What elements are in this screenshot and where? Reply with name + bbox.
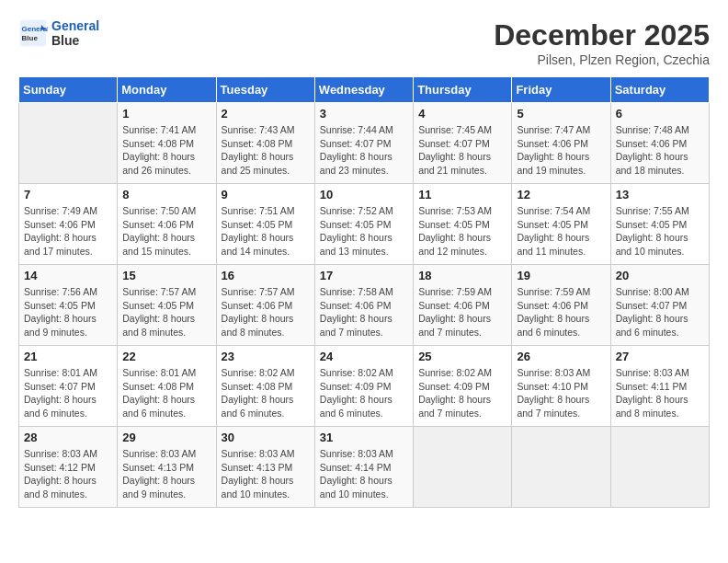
day-number: 24 [320,350,408,363]
day-info: Sunrise: 8:01 AM Sunset: 4:07 PM Dayligh… [24,366,112,420]
calendar-cell: 30Sunrise: 8:03 AM Sunset: 4:13 PM Dayli… [216,427,314,508]
logo: General Blue General Blue [18,18,99,48]
day-number: 3 [320,107,408,121]
day-number: 15 [122,269,210,282]
calendar-cell: 27Sunrise: 8:03 AM Sunset: 4:11 PM Dayli… [610,346,709,427]
calendar-cell: 18Sunrise: 7:59 AM Sunset: 4:06 PM Dayli… [414,265,512,346]
calendar-cell: 4Sunrise: 7:45 AM Sunset: 4:07 PM Daylig… [414,103,512,184]
calendar-cell: 1Sunrise: 7:41 AM Sunset: 4:08 PM Daylig… [118,103,216,184]
day-info: Sunrise: 8:03 AM Sunset: 4:14 PM Dayligh… [320,447,408,501]
calendar-cell: 20Sunrise: 8:00 AM Sunset: 4:07 PM Dayli… [610,265,709,346]
calendar-cell: 11Sunrise: 7:53 AM Sunset: 4:05 PM Dayli… [414,184,512,265]
day-info: Sunrise: 8:03 AM Sunset: 4:10 PM Dayligh… [517,366,605,420]
day-info: Sunrise: 7:57 AM Sunset: 4:05 PM Dayligh… [122,285,210,339]
day-number: 28 [24,431,112,444]
weekday-header-sunday: Sunday [19,77,118,103]
day-number: 11 [418,188,506,201]
weekday-header-friday: Friday [512,77,610,103]
day-number: 12 [517,188,605,201]
day-info: Sunrise: 7:45 AM Sunset: 4:07 PM Dayligh… [418,123,506,178]
day-number: 5 [517,107,605,121]
calendar-cell: 24Sunrise: 8:02 AM Sunset: 4:09 PM Dayli… [314,346,413,427]
day-number: 20 [616,269,704,282]
day-number: 14 [24,269,112,282]
calendar-cell: 23Sunrise: 8:02 AM Sunset: 4:08 PM Dayli… [216,346,314,427]
day-number: 23 [222,350,310,363]
day-info: Sunrise: 7:51 AM Sunset: 4:05 PM Dayligh… [222,204,310,259]
calendar-cell: 7Sunrise: 7:49 AM Sunset: 4:06 PM Daylig… [19,184,118,265]
day-number: 22 [122,350,210,363]
day-info: Sunrise: 8:03 AM Sunset: 4:11 PM Dayligh… [616,366,704,420]
page-header: General Blue General Blue December 2025 … [18,18,710,67]
calendar-cell [414,427,512,508]
calendar-cell [610,427,709,508]
calendar-cell: 31Sunrise: 8:03 AM Sunset: 4:14 PM Dayli… [314,427,413,508]
day-info: Sunrise: 7:55 AM Sunset: 4:05 PM Dayligh… [616,204,704,259]
calendar-cell: 15Sunrise: 7:57 AM Sunset: 4:05 PM Dayli… [118,265,216,346]
weekday-header-tuesday: Tuesday [216,77,314,103]
day-info: Sunrise: 8:01 AM Sunset: 4:08 PM Dayligh… [122,366,210,420]
calendar-cell: 6Sunrise: 7:48 AM Sunset: 4:06 PM Daylig… [610,103,709,184]
day-number: 27 [616,350,704,363]
day-info: Sunrise: 7:47 AM Sunset: 4:06 PM Dayligh… [517,123,605,178]
calendar-cell: 22Sunrise: 8:01 AM Sunset: 4:08 PM Dayli… [118,346,216,427]
day-info: Sunrise: 7:54 AM Sunset: 4:05 PM Dayligh… [517,204,605,259]
day-info: Sunrise: 8:03 AM Sunset: 4:13 PM Dayligh… [222,447,310,501]
calendar-cell: 28Sunrise: 8:03 AM Sunset: 4:12 PM Dayli… [19,427,118,508]
day-number: 30 [222,431,310,444]
logo-icon: General Blue [18,18,48,48]
title-area: December 2025 Pilsen, Plzen Region, Czec… [494,18,710,67]
day-number: 26 [517,350,605,363]
weekday-header-thursday: Thursday [414,77,512,103]
calendar-cell: 16Sunrise: 7:57 AM Sunset: 4:06 PM Dayli… [216,265,314,346]
calendar-cell [512,427,610,508]
day-number: 2 [222,107,310,121]
day-number: 21 [24,350,112,363]
day-number: 10 [320,188,408,201]
calendar-cell: 26Sunrise: 8:03 AM Sunset: 4:10 PM Dayli… [512,346,610,427]
weekday-header-monday: Monday [118,77,216,103]
day-info: Sunrise: 7:57 AM Sunset: 4:06 PM Dayligh… [222,285,310,339]
calendar-table: SundayMondayTuesdayWednesdayThursdayFrid… [18,76,710,508]
weekday-header-wednesday: Wednesday [314,77,413,103]
day-number: 31 [320,431,408,444]
day-info: Sunrise: 7:41 AM Sunset: 4:08 PM Dayligh… [122,123,210,178]
day-number: 9 [222,188,310,201]
day-info: Sunrise: 8:03 AM Sunset: 4:12 PM Dayligh… [24,447,112,501]
day-number: 6 [616,107,704,121]
calendar-cell: 12Sunrise: 7:54 AM Sunset: 4:05 PM Dayli… [512,184,610,265]
day-info: Sunrise: 7:50 AM Sunset: 4:06 PM Dayligh… [122,204,210,259]
calendar-cell: 21Sunrise: 8:01 AM Sunset: 4:07 PM Dayli… [19,346,118,427]
day-number: 13 [616,188,704,201]
day-number: 8 [122,188,210,201]
calendar-cell: 2Sunrise: 7:43 AM Sunset: 4:08 PM Daylig… [216,103,314,184]
calendar-cell: 29Sunrise: 8:03 AM Sunset: 4:13 PM Dayli… [118,427,216,508]
day-info: Sunrise: 8:02 AM Sunset: 4:09 PM Dayligh… [418,366,506,420]
day-info: Sunrise: 7:49 AM Sunset: 4:06 PM Dayligh… [24,204,112,259]
day-number: 16 [222,269,310,282]
day-info: Sunrise: 7:44 AM Sunset: 4:07 PM Dayligh… [320,123,408,178]
day-info: Sunrise: 8:00 AM Sunset: 4:07 PM Dayligh… [616,285,704,339]
calendar-cell: 17Sunrise: 7:58 AM Sunset: 4:06 PM Dayli… [314,265,413,346]
day-number: 29 [122,431,210,444]
calendar-cell [19,103,118,184]
calendar-cell: 14Sunrise: 7:56 AM Sunset: 4:05 PM Dayli… [19,265,118,346]
day-number: 7 [24,188,112,201]
day-number: 25 [418,350,506,363]
day-info: Sunrise: 8:02 AM Sunset: 4:09 PM Dayligh… [320,366,408,420]
logo-text: General Blue [51,18,99,48]
calendar-cell: 5Sunrise: 7:47 AM Sunset: 4:06 PM Daylig… [512,103,610,184]
day-info: Sunrise: 7:52 AM Sunset: 4:05 PM Dayligh… [320,204,408,259]
day-number: 1 [122,107,210,121]
calendar-cell: 19Sunrise: 7:59 AM Sunset: 4:06 PM Dayli… [512,265,610,346]
day-info: Sunrise: 7:58 AM Sunset: 4:06 PM Dayligh… [320,285,408,339]
month-title: December 2025 [494,18,710,52]
day-number: 19 [517,269,605,282]
calendar-cell: 10Sunrise: 7:52 AM Sunset: 4:05 PM Dayli… [314,184,413,265]
calendar-cell: 13Sunrise: 7:55 AM Sunset: 4:05 PM Dayli… [610,184,709,265]
day-info: Sunrise: 7:48 AM Sunset: 4:06 PM Dayligh… [616,123,704,178]
day-number: 18 [418,269,506,282]
day-number: 4 [418,107,506,121]
calendar-cell: 25Sunrise: 8:02 AM Sunset: 4:09 PM Dayli… [414,346,512,427]
location-subtitle: Pilsen, Plzen Region, Czechia [494,52,710,67]
